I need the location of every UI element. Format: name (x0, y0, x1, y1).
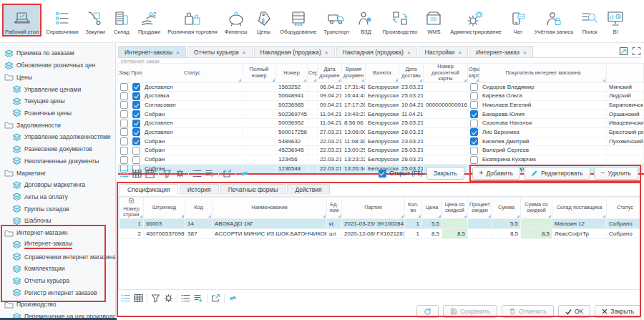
orders-column-header[interactable]: Номер дисконтной карты (424, 64, 468, 83)
gear-icon[interactable] (175, 169, 185, 178)
document-tab[interactable]: Интернет-заказ× (469, 46, 533, 57)
close-tab-icon[interactable]: × (176, 49, 180, 56)
toolbar-item[interactable]: Продажи (135, 4, 163, 37)
toolbar-item[interactable]: Оборудование (277, 4, 319, 37)
close-tab-icon[interactable]: × (407, 49, 411, 56)
specification-tab[interactable]: Спецификация (119, 184, 178, 195)
close-tab-icon[interactable]: × (325, 49, 328, 56)
toolbar-item[interactable]: Финансы (222, 4, 250, 37)
table-view-icon[interactable] (132, 169, 142, 178)
list-view-icon[interactable] (119, 169, 129, 178)
specification-tab[interactable]: Действия (287, 184, 329, 195)
order-closed-checkbox[interactable] (120, 110, 128, 118)
order-posted-checkbox[interactable] (132, 128, 140, 136)
order-closed-checkbox[interactable] (120, 120, 128, 127)
add-row-icon[interactable] (205, 169, 215, 178)
sidebar-folder[interactable]: Задолженности (4, 119, 115, 131)
toolbar-item[interactable]: ВЗД (353, 4, 378, 37)
spec-column-header[interactable]: Статус (607, 198, 642, 219)
cancel-button[interactable]: Отменить (502, 305, 554, 318)
spec-column-header[interactable]: Код (185, 198, 213, 219)
toolbar-item[interactable]: Цены (251, 4, 275, 37)
document-tab[interactable]: Интернет-заказы× (118, 46, 186, 57)
order-closed-checkbox[interactable] (120, 92, 128, 100)
add-row-icon[interactable] (194, 294, 203, 303)
orders-column-header[interactable]: Статус (142, 64, 243, 83)
toolbar-item[interactable]: Розничная торговля (165, 4, 220, 37)
close-tab-icon[interactable]: × (523, 49, 527, 56)
document-tab[interactable]: Накладная (продажа)× (336, 46, 417, 57)
order-closed-checkbox[interactable] (120, 137, 128, 145)
spec-column-header[interactable]: Ед. изм (327, 198, 342, 219)
sidebar-item[interactable]: Текущие цены (4, 95, 115, 107)
sidebar-item[interactable]: Обновление розничных цен (4, 59, 115, 72)
filter-icon[interactable] (162, 169, 172, 178)
sidebar-item[interactable]: Договоры маркетинга (4, 179, 115, 191)
sidebar-folder[interactable]: Интернет-магазин (4, 227, 115, 239)
sidebar-item[interactable]: Неоплаченные документы (4, 155, 115, 167)
order-ofo-checkbox[interactable] (470, 120, 478, 127)
spec-column-header[interactable]: Номер строки (119, 198, 144, 219)
spec-column-header[interactable]: Цена (422, 198, 442, 219)
orders-column-header[interactable]: Покупатель интернет магазина (480, 64, 607, 83)
sidebar-item[interactable]: Управление задолженностями (4, 131, 115, 143)
orders-column-header[interactable]: Полный номер (243, 64, 276, 83)
orders-column-header[interactable]: Сер (308, 64, 318, 83)
order-closed-checkbox[interactable] (120, 83, 128, 91)
order-row[interactable]: Доставлен156325206.04.2117:31:42Белорусс… (118, 82, 644, 92)
delete-button[interactable]: −Удалить (594, 167, 638, 180)
order-row[interactable]: Собран50236974511.04.2119:49:23Белорусск… (118, 110, 644, 119)
orders-column-header[interactable] (607, 64, 644, 83)
toolbar-item[interactable]: Чат (506, 4, 530, 37)
spec-row[interactable]: 24607065376987387АССОРТИ МИНИС ИЗ ШОК.БА… (119, 228, 642, 238)
spec-column-header[interactable]: Склад поставщика (552, 198, 607, 219)
order-posted-checkbox[interactable] (132, 83, 140, 91)
table-view-icon[interactable] (134, 294, 143, 303)
order-ofo-checkbox[interactable] (470, 128, 478, 136)
orders-column-header[interactable]: Офо карт (468, 64, 480, 83)
close-tab-icon[interactable]: × (458, 49, 462, 56)
order-ofo-checkbox[interactable] (470, 83, 478, 91)
toolbar-item[interactable]: Склад (109, 4, 134, 37)
order-row[interactable]: Собран12345622.03.2113:23:22Белорусский2… (118, 155, 644, 165)
sidebar-item[interactable]: Шаблоны (4, 215, 115, 227)
spec-column-header[interactable]: Сумма со скидкой (521, 198, 552, 219)
order-closed-checkbox[interactable] (120, 147, 128, 155)
refresh-button[interactable] (416, 305, 439, 318)
order-row[interactable]: Согласован5023698509.04.2117:17:26Белору… (118, 100, 644, 110)
expand-icon[interactable] (632, 47, 641, 56)
toolbar-item[interactable]: WMS (421, 4, 446, 37)
toolbar-item[interactable]: Учётная запись (532, 4, 576, 37)
spec-column-header[interactable]: Кол-во (405, 198, 422, 219)
order-row[interactable]: Собран548963222.03.2111:08:32Белорусский… (118, 137, 644, 146)
orders-column-header[interactable]: Время докумен (342, 64, 366, 83)
numbered-list-icon[interactable] (192, 169, 202, 178)
sidebar-item[interactable]: Разнесение документов (4, 143, 115, 155)
order-closed-checkbox[interactable] (120, 156, 128, 164)
open-f5-checkbox[interactable] (379, 170, 386, 178)
close-tab-icon[interactable]: × (243, 49, 246, 56)
filter-icon[interactable] (151, 294, 160, 303)
sidebar-item[interactable]: Комплектации (4, 263, 115, 275)
order-ofo-checkbox[interactable] (470, 110, 478, 118)
orders-column-header[interactable]: Прог (130, 64, 142, 83)
order-posted-checkbox[interactable] (132, 137, 140, 145)
order-closed-checkbox[interactable] (120, 128, 128, 136)
order-row[interactable]: Доставлен50001725627.03.2113:08:00Белору… (118, 128, 644, 137)
sidebar-folder[interactable]: Маркетинг (4, 167, 115, 179)
refresh-icon[interactable] (240, 169, 249, 178)
sidebar-item[interactable]: Приемка по заказам (4, 47, 115, 59)
orders-column-header[interactable]: Номер (276, 64, 308, 83)
spec-column-header[interactable]: Цена со скидкой (442, 198, 468, 219)
order-ofo-checkbox[interactable] (470, 101, 478, 109)
specification-tab[interactable]: Печатные формы (220, 184, 286, 195)
open-in-window-icon[interactable] (619, 47, 628, 56)
edit-button[interactable]: Редактировать (524, 167, 590, 180)
toolbar-item[interactable]: Производство (379, 4, 420, 37)
save-button[interactable]: Сохранить (443, 305, 497, 318)
gear-icon[interactable] (164, 294, 173, 303)
order-row[interactable]: Доставлен5003695211.04.218:56:06Белорусс… (118, 119, 644, 128)
calendar-icon[interactable] (145, 169, 155, 178)
numbered-list-icon[interactable] (181, 294, 190, 303)
sidebar-item[interactable]: Группы складов (4, 203, 115, 215)
